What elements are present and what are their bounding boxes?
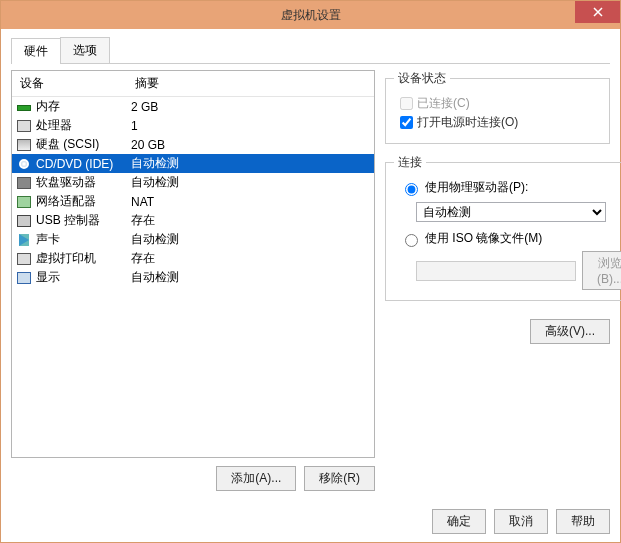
use-iso-radio[interactable] [405, 234, 418, 247]
physical-drive-select[interactable]: 自动检测 [416, 202, 606, 222]
hardware-row[interactable]: 软盘驱动器自动检测 [12, 173, 374, 192]
device-name: 内存 [36, 98, 131, 115]
mem-icon [16, 100, 32, 114]
hardware-row[interactable]: CD/DVD (IDE)自动检测 [12, 154, 374, 173]
iso-path-input [416, 261, 576, 281]
cancel-button[interactable]: 取消 [494, 509, 548, 534]
device-name: 软盘驱动器 [36, 174, 131, 191]
fd-icon [16, 176, 32, 190]
usb-icon [16, 214, 32, 228]
hardware-buttons: 添加(A)... 移除(R) [11, 458, 375, 491]
connection-legend: 连接 [394, 154, 426, 171]
use-physical-radio[interactable] [405, 183, 418, 196]
connected-checkbox [400, 97, 413, 110]
device-name: 显示 [36, 269, 131, 286]
use-physical-label[interactable]: 使用物理驱动器(P): [400, 179, 621, 196]
device-name: USB 控制器 [36, 212, 131, 229]
help-button[interactable]: 帮助 [556, 509, 610, 534]
device-name: 硬盘 (SCSI) [36, 136, 131, 153]
snd-icon [16, 233, 32, 247]
tab-hardware[interactable]: 硬件 [11, 38, 61, 64]
left-pane: 设备 摘要 内存2 GB处理器1硬盘 (SCSI)20 GBCD/DVD (ID… [11, 70, 375, 491]
device-name: 声卡 [36, 231, 131, 248]
remove-button[interactable]: 移除(R) [304, 466, 375, 491]
device-name: CD/DVD (IDE) [36, 157, 131, 171]
connect-poweron-text: 打开电源时连接(O) [417, 114, 518, 131]
device-summary: 自动检测 [131, 269, 374, 286]
device-name: 虚拟打印机 [36, 250, 131, 267]
header-summary[interactable]: 摘要 [127, 71, 374, 96]
right-footer: 高级(V)... [385, 319, 610, 344]
hardware-rows: 内存2 GB处理器1硬盘 (SCSI)20 GBCD/DVD (IDE)自动检测… [12, 97, 374, 287]
use-iso-label[interactable]: 使用 ISO 镜像文件(M) [400, 230, 621, 247]
header-device[interactable]: 设备 [12, 71, 127, 96]
use-iso-text: 使用 ISO 镜像文件(M) [425, 230, 542, 247]
connect-poweron-checkbox[interactable] [400, 116, 413, 129]
device-summary: 1 [131, 119, 374, 133]
content: 硬件 选项 设备 摘要 内存2 GB处理器1硬盘 (SCSI)20 GBCD/D… [1, 29, 620, 501]
device-summary: 存在 [131, 212, 374, 229]
device-summary: 自动检测 [131, 231, 374, 248]
close-button[interactable] [575, 1, 620, 23]
cpu-icon [16, 119, 32, 133]
connect-poweron-label[interactable]: 打开电源时连接(O) [400, 114, 601, 131]
device-summary: 存在 [131, 250, 374, 267]
hardware-row[interactable]: 处理器1 [12, 116, 374, 135]
net-icon [16, 195, 32, 209]
hardware-row[interactable]: 内存2 GB [12, 97, 374, 116]
device-status-legend: 设备状态 [394, 70, 450, 87]
device-summary: 自动检测 [131, 174, 374, 191]
device-summary: 自动检测 [131, 155, 374, 172]
disp-icon [16, 271, 32, 285]
cd-icon [16, 157, 32, 171]
iso-row: 浏览(B)... [416, 251, 621, 290]
device-status-group: 设备状态 已连接(C) 打开电源时连接(O) [385, 70, 610, 144]
browse-button: 浏览(B)... [582, 251, 621, 290]
hardware-row[interactable]: 虚拟打印机存在 [12, 249, 374, 268]
device-summary: 2 GB [131, 100, 374, 114]
hardware-row[interactable]: 声卡自动检测 [12, 230, 374, 249]
device-summary: 20 GB [131, 138, 374, 152]
hardware-row[interactable]: 显示自动检测 [12, 268, 374, 287]
hardware-row[interactable]: 网络适配器NAT [12, 192, 374, 211]
tab-options[interactable]: 选项 [60, 37, 110, 63]
hardware-row[interactable]: USB 控制器存在 [12, 211, 374, 230]
connection-group: 连接 使用物理驱动器(P): 自动检测 使用 ISO 镜像文件(M) 浏 [385, 154, 621, 301]
device-summary: NAT [131, 195, 374, 209]
connected-label: 已连接(C) [400, 95, 601, 112]
hardware-list-header: 设备 摘要 [12, 71, 374, 97]
device-name: 处理器 [36, 117, 131, 134]
ok-button[interactable]: 确定 [432, 509, 486, 534]
device-name: 网络适配器 [36, 193, 131, 210]
add-button[interactable]: 添加(A)... [216, 466, 296, 491]
tab-bar: 硬件 选项 [11, 37, 610, 64]
hdd-icon [16, 138, 32, 152]
hardware-row[interactable]: 硬盘 (SCSI)20 GB [12, 135, 374, 154]
body: 设备 摘要 内存2 GB处理器1硬盘 (SCSI)20 GBCD/DVD (ID… [11, 70, 610, 491]
titlebar: 虚拟机设置 [1, 1, 620, 29]
close-icon [593, 7, 603, 17]
dialog-buttons: 确定 取消 帮助 [1, 501, 620, 542]
right-pane: 设备状态 已连接(C) 打开电源时连接(O) 连接 使用物理驱动器(P): [385, 70, 610, 491]
vm-settings-window: 虚拟机设置 硬件 选项 设备 摘要 内存2 GB处理器1硬盘 (SCSI)20 … [0, 0, 621, 543]
use-physical-text: 使用物理驱动器(P): [425, 179, 528, 196]
connected-text: 已连接(C) [417, 95, 470, 112]
hardware-list: 设备 摘要 内存2 GB处理器1硬盘 (SCSI)20 GBCD/DVD (ID… [11, 70, 375, 458]
advanced-button[interactable]: 高级(V)... [530, 319, 610, 344]
window-title: 虚拟机设置 [1, 7, 620, 24]
prn-icon [16, 252, 32, 266]
